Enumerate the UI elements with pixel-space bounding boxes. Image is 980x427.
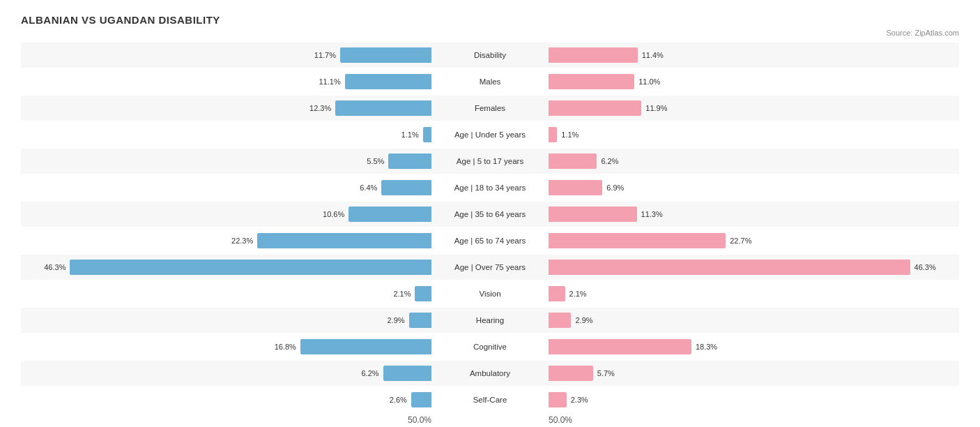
left-bar-wrapper: 12.3% xyxy=(21,100,434,116)
right-value: 2.9% xyxy=(575,316,592,324)
page-title: ALBANIAN VS UGANDAN DISABILITY xyxy=(21,14,959,26)
left-value: 16.8% xyxy=(275,343,296,351)
right-value: 11.3% xyxy=(641,210,663,218)
left-value: 2.6% xyxy=(390,396,407,404)
right-bar xyxy=(549,366,593,381)
row-label: Age | 65 to 74 years xyxy=(434,237,546,245)
table-row: 12.3% Females 11.9% xyxy=(21,96,959,121)
source-label: Source: ZipAtlas.com xyxy=(21,29,959,37)
right-value: 22.7% xyxy=(730,237,751,245)
left-bar-wrapper: 22.3% xyxy=(21,233,434,248)
left-value: 1.1% xyxy=(401,130,419,139)
right-value: 6.9% xyxy=(606,183,624,192)
table-row: 5.5% Age | 5 to 17 years 6.2% xyxy=(21,149,959,174)
left-bar xyxy=(388,153,431,169)
right-bar-wrapper: 18.3% xyxy=(546,339,959,354)
row-label: Age | 35 to 64 years xyxy=(434,210,546,218)
left-bar-wrapper: 46.3% xyxy=(21,260,434,275)
table-row: 11.7% Disability 11.4% xyxy=(21,43,959,68)
right-value: 11.9% xyxy=(645,104,667,112)
left-bar xyxy=(381,180,431,195)
right-bar xyxy=(549,286,565,301)
right-value: 6.2% xyxy=(601,157,618,165)
right-bar-wrapper: 6.9% xyxy=(546,180,959,195)
right-bar xyxy=(549,100,641,116)
right-bar xyxy=(549,260,910,275)
right-bar-wrapper: 11.3% xyxy=(546,207,959,222)
axis-left-label: 50.0% xyxy=(21,415,434,425)
table-row: 1.1% Age | Under 5 years 1.1% xyxy=(21,122,959,147)
table-row: 2.1% Vision 2.1% xyxy=(21,281,959,306)
left-bar xyxy=(257,233,431,248)
left-value: 2.1% xyxy=(393,290,411,298)
table-row: 11.1% Males 11.0% xyxy=(21,69,959,94)
chart-container: 11.7% Disability 11.4% 11.1% Males 11.0%… xyxy=(21,43,959,412)
right-bar xyxy=(549,339,691,354)
row-label: Females xyxy=(434,104,546,112)
left-bar-wrapper: 2.9% xyxy=(21,313,434,328)
table-row: 10.6% Age | 35 to 64 years 11.3% xyxy=(21,202,959,227)
right-value: 46.3% xyxy=(914,263,936,271)
left-bar xyxy=(409,313,431,328)
row-label: Disability xyxy=(434,51,546,59)
left-value: 11.7% xyxy=(314,51,336,59)
right-value: 11.4% xyxy=(642,51,664,59)
row-label: Age | Over 75 years xyxy=(434,263,546,271)
right-value: 2.3% xyxy=(571,396,588,404)
row-label: Males xyxy=(434,77,546,86)
left-bar-wrapper: 5.5% xyxy=(21,153,434,169)
axis-right-label: 50.0% xyxy=(546,415,959,425)
right-bar-wrapper: 2.9% xyxy=(546,313,959,328)
table-row: 6.2% Ambulatory 5.7% xyxy=(21,361,959,386)
left-bar xyxy=(340,47,431,63)
left-value: 46.3% xyxy=(44,263,66,271)
left-bar-wrapper: 11.7% xyxy=(21,47,434,63)
left-bar xyxy=(415,286,431,301)
left-bar xyxy=(300,339,431,354)
left-bar xyxy=(349,207,431,222)
left-bar-wrapper: 11.1% xyxy=(21,74,434,89)
table-row: 2.6% Self-Care 2.3% xyxy=(21,387,959,412)
right-bar xyxy=(549,313,571,328)
row-label: Age | 18 to 34 years xyxy=(434,183,546,192)
right-bar xyxy=(549,233,726,248)
right-bar xyxy=(549,180,602,195)
right-bar xyxy=(549,153,597,169)
left-bar xyxy=(345,74,431,89)
right-bar-wrapper: 1.1% xyxy=(546,127,959,142)
left-bar xyxy=(70,260,431,275)
left-bar xyxy=(335,100,431,116)
right-bar xyxy=(549,392,567,407)
right-bar-wrapper: 11.4% xyxy=(546,47,959,63)
left-value: 2.9% xyxy=(387,316,404,324)
left-bar-wrapper: 2.6% xyxy=(21,392,434,407)
left-bar-wrapper: 6.2% xyxy=(21,366,434,381)
right-value: 2.1% xyxy=(569,290,587,298)
left-bar xyxy=(411,392,431,407)
table-row: 46.3% Age | Over 75 years 46.3% xyxy=(21,255,959,280)
left-value: 10.6% xyxy=(323,210,344,218)
right-bar-wrapper: 46.3% xyxy=(546,260,959,275)
left-value: 6.2% xyxy=(361,369,378,377)
row-label: Cognitive xyxy=(434,343,546,351)
left-bar-wrapper: 6.4% xyxy=(21,180,434,195)
left-bar-wrapper: 16.8% xyxy=(21,339,434,354)
right-bar xyxy=(549,127,557,142)
right-bar-wrapper: 2.1% xyxy=(546,286,959,301)
table-row: 22.3% Age | 65 to 74 years 22.7% xyxy=(21,228,959,253)
left-value: 11.1% xyxy=(319,77,340,86)
row-label: Hearing xyxy=(434,316,546,324)
right-bar-wrapper: 6.2% xyxy=(546,153,959,169)
right-bar-wrapper: 2.3% xyxy=(546,392,959,407)
left-bar-wrapper: 10.6% xyxy=(21,207,434,222)
right-bar-wrapper: 11.0% xyxy=(546,74,959,89)
row-label: Self-Care xyxy=(434,396,546,404)
row-label: Age | Under 5 years xyxy=(434,130,546,139)
left-value: 6.4% xyxy=(360,183,377,192)
row-label: Age | 5 to 17 years xyxy=(434,157,546,165)
table-row: 2.9% Hearing 2.9% xyxy=(21,308,959,333)
right-bar-wrapper: 11.9% xyxy=(546,100,959,116)
right-bar-wrapper: 5.7% xyxy=(546,366,959,381)
right-value: 18.3% xyxy=(696,343,717,351)
row-label: Vision xyxy=(434,290,546,298)
